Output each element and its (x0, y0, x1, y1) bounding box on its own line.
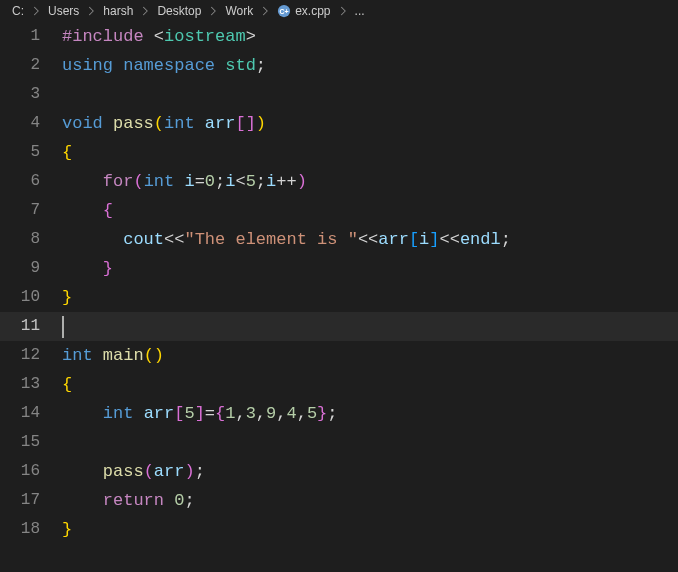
line-number: 6 (0, 167, 62, 196)
code-content[interactable]: cout<<"The element is "<<arr[i]<<endl; (62, 225, 511, 254)
line-number: 4 (0, 109, 62, 138)
breadcrumb-segment[interactable]: C: (12, 4, 24, 18)
code-editor[interactable]: 1#include <iostream>2using namespace std… (0, 22, 678, 544)
code-line[interactable]: 10} (0, 283, 678, 312)
line-number: 11 (0, 312, 62, 341)
code-content[interactable] (62, 312, 64, 341)
code-content[interactable]: #include <iostream> (62, 22, 256, 51)
code-content[interactable]: } (62, 254, 113, 283)
code-content[interactable]: using namespace std; (62, 51, 266, 80)
line-number: 12 (0, 341, 62, 370)
code-line[interactable]: 3 (0, 80, 678, 109)
code-content[interactable]: { (62, 138, 72, 167)
code-line[interactable]: 6 for(int i=0;i<5;i++) (0, 167, 678, 196)
line-number: 8 (0, 225, 62, 254)
chevron-right-icon (85, 5, 97, 17)
code-line[interactable]: 15 (0, 428, 678, 457)
chevron-right-icon (207, 5, 219, 17)
code-content[interactable]: void pass(int arr[]) (62, 109, 266, 138)
line-number: 18 (0, 515, 62, 544)
code-line[interactable]: 4void pass(int arr[]) (0, 109, 678, 138)
code-content[interactable]: { (62, 370, 72, 399)
code-line[interactable]: 17 return 0; (0, 486, 678, 515)
breadcrumb-segment[interactable]: Work (225, 4, 253, 18)
code-line[interactable]: 13{ (0, 370, 678, 399)
text-cursor (62, 316, 64, 338)
line-number: 16 (0, 457, 62, 486)
cpp-file-icon: C+ (277, 4, 291, 18)
code-line[interactable]: 2using namespace std; (0, 51, 678, 80)
line-number: 15 (0, 428, 62, 457)
code-content[interactable]: for(int i=0;i<5;i++) (62, 167, 307, 196)
code-line[interactable]: 16 pass(arr); (0, 457, 678, 486)
code-content[interactable]: int main() (62, 341, 164, 370)
line-number: 1 (0, 22, 62, 51)
line-number: 3 (0, 80, 62, 109)
code-content[interactable]: pass(arr); (62, 457, 205, 486)
code-content[interactable]: } (62, 283, 72, 312)
code-line[interactable]: 12int main() (0, 341, 678, 370)
code-line[interactable]: 7 { (0, 196, 678, 225)
chevron-right-icon (337, 5, 349, 17)
breadcrumb-segment[interactable]: harsh (103, 4, 133, 18)
code-line[interactable]: 8 cout<<"The element is "<<arr[i]<<endl; (0, 225, 678, 254)
line-number: 2 (0, 51, 62, 80)
code-content[interactable]: } (62, 515, 72, 544)
code-content[interactable]: { (62, 196, 113, 225)
line-number: 14 (0, 399, 62, 428)
line-number: 5 (0, 138, 62, 167)
line-number: 10 (0, 283, 62, 312)
line-number: 13 (0, 370, 62, 399)
chevron-right-icon (30, 5, 42, 17)
breadcrumb: C:UsersharshDesktopWorkC+ex.cpp... (0, 0, 678, 22)
breadcrumb-segment[interactable]: ex.cpp (295, 4, 330, 18)
code-line[interactable]: 1#include <iostream> (0, 22, 678, 51)
code-line[interactable]: 5{ (0, 138, 678, 167)
code-line[interactable]: 11 (0, 312, 678, 341)
code-line[interactable]: 18} (0, 515, 678, 544)
breadcrumb-segment[interactable]: Desktop (157, 4, 201, 18)
svg-text:C+: C+ (280, 8, 289, 15)
code-line[interactable]: 9 } (0, 254, 678, 283)
line-number: 17 (0, 486, 62, 515)
code-line[interactable]: 14 int arr[5]={1,3,9,4,5}; (0, 399, 678, 428)
code-content[interactable]: int arr[5]={1,3,9,4,5}; (62, 399, 337, 428)
chevron-right-icon (259, 5, 271, 17)
chevron-right-icon (139, 5, 151, 17)
line-number: 9 (0, 254, 62, 283)
breadcrumb-segment[interactable]: ... (355, 4, 365, 18)
breadcrumb-segment[interactable]: Users (48, 4, 79, 18)
code-content[interactable]: return 0; (62, 486, 195, 515)
line-number: 7 (0, 196, 62, 225)
